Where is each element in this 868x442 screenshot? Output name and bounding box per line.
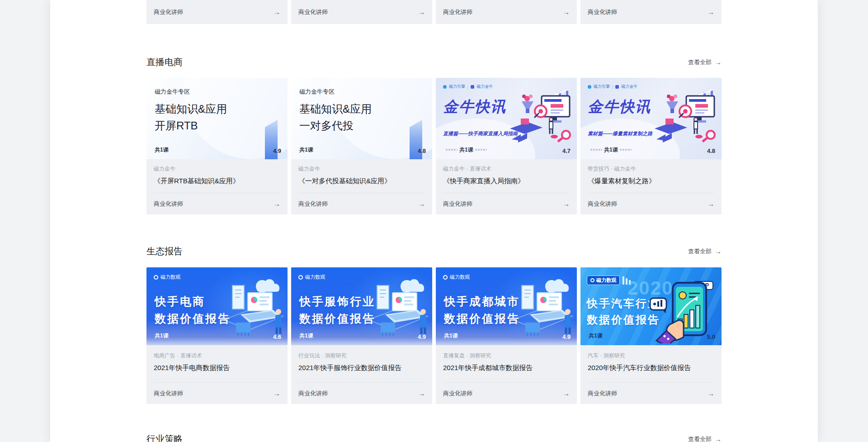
section-header-eco-report: 生态报告 查看全部 → bbox=[146, 245, 722, 257]
arrow-right-icon[interactable]: → bbox=[563, 390, 570, 397]
rating-value: 4.7 bbox=[562, 147, 571, 154]
course-card[interactable]: 商业化讲师 → bbox=[436, 0, 577, 24]
banner-subtitle: 素材篇——爆量素材复制之路 bbox=[588, 130, 652, 137]
magnetic-data-logo-icon bbox=[298, 275, 303, 280]
section-title: 直播电商 bbox=[146, 56, 183, 68]
course-card[interactable]: 磁力引擎 | 磁力金牛 金牛快讯 直播篇——快手商家直播入局指南 bbox=[436, 78, 577, 214]
banner-brand: 磁力数观 bbox=[443, 274, 470, 280]
arrow-right-icon[interactable]: → bbox=[563, 8, 570, 16]
magnetic-data-logo-icon bbox=[154, 275, 158, 280]
lesson-count: 共1课 bbox=[299, 146, 313, 154]
banner-brand: 磁力数观 bbox=[298, 274, 325, 280]
view-all-label: 查看全部 bbox=[688, 247, 712, 256]
lesson-count: 共1课 bbox=[589, 332, 603, 340]
instructor-label: 商业化讲师 bbox=[443, 200, 472, 208]
course-card[interactable]: 磁力金牛专区 基础知识&应用 开屏RTB 共1课 4.9 磁力金牛 《开屏RTB… bbox=[146, 78, 288, 214]
course-card[interactable]: 商业化讲师 → bbox=[580, 0, 722, 24]
view-all-label: 查看全部 bbox=[688, 435, 712, 442]
card-footer: 商业化讲师 → bbox=[298, 193, 425, 214]
card-footer: 商业化讲师 → bbox=[154, 193, 280, 214]
instructor-label: 商业化讲师 bbox=[154, 390, 183, 398]
magnetic-data-badge: 磁力数观 bbox=[587, 276, 620, 285]
view-all-link[interactable]: 查看全部 → bbox=[688, 58, 722, 67]
rating-value: 4.6 bbox=[273, 333, 281, 340]
magnetic-taurus-logo-icon bbox=[615, 85, 619, 89]
instructor-label: 商业化讲师 bbox=[298, 8, 328, 16]
card-body: 行业玩法 · 洞察研究 2021年快手服饰行业数据价值报告 商业化讲师 → bbox=[291, 345, 432, 404]
section-header-industry-strategy: 行业策略 查看全部 → bbox=[146, 433, 722, 442]
arrow-right-icon[interactable]: → bbox=[708, 390, 714, 397]
course-card[interactable]: 商业化讲师 → bbox=[146, 0, 288, 24]
view-all-link[interactable]: 查看全部 → bbox=[688, 247, 722, 256]
card-body: 磁力金牛 《一对多代投基础知识&应用》 商业化讲师 → bbox=[291, 159, 432, 214]
arrow-right-icon[interactable]: → bbox=[708, 8, 714, 16]
course-banner: 磁力数观 快手服饰行业 数据价值报告 bbox=[291, 267, 432, 345]
card-footer: 商业化讲师 → bbox=[298, 382, 425, 404]
banner-illustration bbox=[507, 90, 575, 145]
lesson-count: 共1课 bbox=[299, 332, 313, 340]
course-category: 磁力金牛 bbox=[298, 159, 425, 173]
banner-illustration bbox=[499, 275, 576, 342]
banner-title: 金牛快讯 bbox=[588, 97, 651, 117]
banner-brand: 磁力数观 bbox=[154, 274, 180, 280]
course-card[interactable]: 磁力金牛专区 基础知识&应用 一对多代投 共1课 4.8 磁力金牛 《一对多代投… bbox=[291, 78, 432, 214]
course-card[interactable]: 磁力数观 快手服饰行业 数据价值报告 bbox=[291, 267, 432, 404]
banner-subtitle: 直播篇——快手商家直播入局指南 bbox=[443, 130, 518, 137]
lesson-count: 共1课 bbox=[155, 332, 169, 340]
course-card[interactable]: 磁力引擎 | 磁力金牛 金牛快讯 素材篇——爆量素材复制之路 bbox=[580, 78, 722, 214]
arrow-right-icon[interactable]: → bbox=[563, 200, 570, 208]
arrow-right-icon[interactable]: → bbox=[274, 200, 280, 208]
magnetic-data-logo-icon bbox=[590, 278, 594, 282]
banner-eyebrow: 磁力金牛专区 bbox=[155, 88, 190, 96]
course-card[interactable]: 商业化讲师 → bbox=[291, 0, 432, 24]
instructor-label: 商业化讲师 bbox=[588, 8, 617, 16]
brand-separator: | bbox=[612, 85, 613, 89]
course-banner: 磁力数观 快手电商 数据价值报告 bbox=[146, 267, 288, 345]
magnetic-taurus-logo-icon bbox=[471, 85, 474, 89]
banner-illustration bbox=[354, 275, 431, 342]
section-title: 生态报告 bbox=[146, 245, 183, 257]
fine-print-decor bbox=[620, 149, 632, 151]
magnetic-engine-logo-icon bbox=[588, 85, 591, 89]
instructor-label: 商业化讲师 bbox=[154, 8, 183, 16]
rating-value: 4.8 bbox=[418, 147, 426, 154]
arrow-right-icon[interactable]: → bbox=[274, 8, 280, 16]
card-footer: 商业化讲师 → bbox=[443, 382, 570, 404]
banner-title: 基础知识&应用 一对多代投 bbox=[299, 100, 372, 134]
instructor-label: 商业化讲师 bbox=[588, 200, 617, 208]
course-title: 《快手商家直播入局指南》 bbox=[443, 177, 570, 185]
card-body: 直播复盘 · 洞察研究 2021年快手成都城市数据报告 商业化讲师 → bbox=[436, 345, 577, 404]
course-category: 行业玩法 · 洞察研究 bbox=[298, 345, 425, 360]
view-all-label: 查看全部 bbox=[688, 58, 712, 67]
instructor-label: 商业化讲师 bbox=[588, 390, 617, 398]
course-title: 《爆量素材复制之路》 bbox=[588, 177, 714, 185]
banner-brand: 磁力数观 bbox=[587, 276, 631, 285]
arrow-right-icon[interactable]: → bbox=[708, 200, 714, 208]
page-panel: 商业化讲师 → 商业化讲师 → 商业化讲师 → 商业化讲师 → bbox=[50, 0, 818, 442]
instructor-label: 商业化讲师 bbox=[443, 8, 472, 16]
arrow-right-icon: → bbox=[715, 58, 722, 66]
instructor-label: 商业化讲师 bbox=[298, 390, 328, 398]
course-card[interactable]: 磁力数观 快手成都城市 数据价值报告 bbox=[436, 267, 577, 404]
arrow-right-icon[interactable]: → bbox=[418, 8, 425, 16]
arrow-right-icon[interactable]: → bbox=[274, 390, 280, 397]
banner-brands: 磁力引擎 | 磁力金牛 bbox=[588, 84, 637, 90]
banner-brands: 磁力引擎 | 磁力金牛 bbox=[443, 84, 493, 90]
banner-illustration bbox=[210, 275, 287, 342]
card-body: 汽车 · 洞察研究 2020年快手汽车行业数据价值报告 商业化讲师 → bbox=[580, 345, 722, 404]
brand-label: 磁力金牛 bbox=[476, 84, 493, 90]
arrow-right-icon: → bbox=[715, 435, 722, 442]
brand-label: 磁力引擎 bbox=[594, 84, 610, 90]
card-body: 电商广告 · 直播话术 2021年快手电商数据报告 商业化讲师 → bbox=[146, 345, 288, 404]
arrow-right-icon[interactable]: → bbox=[418, 390, 425, 397]
course-card[interactable]: 磁力数观 2020 TOP 快手汽车行业 数据价值报告 bbox=[580, 267, 722, 404]
course-category: 汽车 · 洞察研究 bbox=[588, 345, 714, 360]
course-title: 《开屏RTB基础知识&应用》 bbox=[154, 177, 280, 185]
brand-separator: | bbox=[467, 85, 468, 89]
brand-label: 磁力金牛 bbox=[621, 84, 637, 90]
magnetic-data-logo-icon bbox=[443, 275, 448, 280]
view-all-link[interactable]: 查看全部 → bbox=[688, 435, 722, 442]
course-card[interactable]: 磁力数观 快手电商 数据价值报告 bbox=[146, 267, 288, 404]
card-row-eco-report: 磁力数观 快手电商 数据价值报告 bbox=[146, 267, 722, 404]
arrow-right-icon[interactable]: → bbox=[418, 200, 425, 208]
